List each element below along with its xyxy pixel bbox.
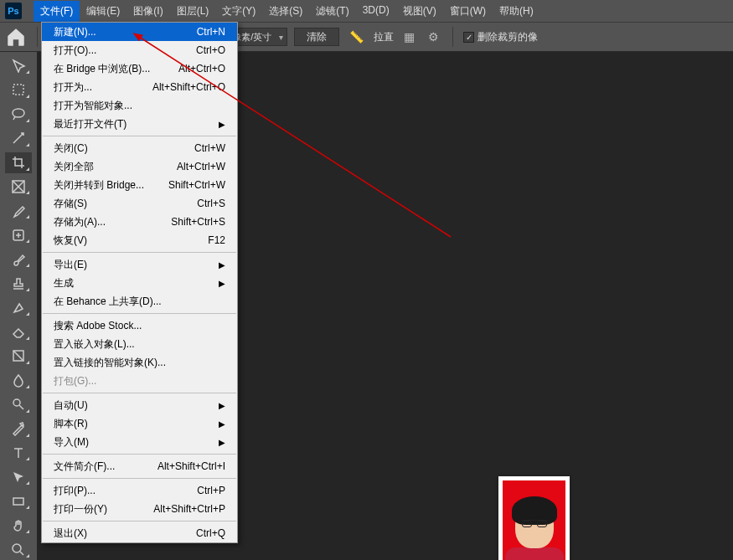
svg-point-6 xyxy=(13,544,21,552)
menu-item[interactable]: 关闭(C)Ctrl+W xyxy=(42,139,237,157)
tool-wand[interactable] xyxy=(5,128,32,149)
tool-lasso[interactable] xyxy=(5,104,32,125)
home-icon[interactable] xyxy=(5,26,27,48)
tool-brush[interactable] xyxy=(5,249,32,270)
menu-item-shortcut: Shift+Ctrl+S xyxy=(171,216,225,228)
photo-body xyxy=(505,547,564,560)
menu-item[interactable]: 自动(U)▶ xyxy=(42,396,237,414)
menu-item[interactable]: 最近打开文件(T)▶ xyxy=(42,115,237,133)
menu-divider xyxy=(43,478,236,479)
tool-hand[interactable] xyxy=(5,515,32,536)
menu-帮助[interactable]: 帮助(H) xyxy=(493,1,540,22)
menu-item-label: 存储(S) xyxy=(54,197,87,211)
tool-marquee[interactable] xyxy=(5,80,32,100)
menu-divider xyxy=(43,313,236,314)
tool-frame[interactable] xyxy=(5,177,32,198)
tool-dodge[interactable] xyxy=(5,394,32,415)
menu-item[interactable]: 脚本(R)▶ xyxy=(42,414,237,433)
menu-item[interactable]: 在 Bridge 中浏览(B)...Alt+Ctrl+O xyxy=(42,59,237,78)
menu-divider xyxy=(43,454,236,455)
menu-item: 打包(G)... xyxy=(42,372,237,390)
menu-item-shortcut: Ctrl+W xyxy=(194,142,225,154)
menu-item[interactable]: 关闭并转到 Bridge...Shift+Ctrl+W xyxy=(42,176,237,194)
menu-item-label: 导入(M) xyxy=(54,435,89,450)
grid-icon[interactable]: ▦ xyxy=(400,30,418,44)
menu-文件[interactable]: 文件(F) xyxy=(34,1,80,22)
menu-item[interactable]: 打开为智能对象... xyxy=(42,96,237,115)
menu-item[interactable]: 导出(E)▶ xyxy=(42,255,237,274)
tool-crop[interactable] xyxy=(5,152,32,173)
menu-divider xyxy=(43,136,236,136)
id-photo[interactable] xyxy=(498,476,570,560)
tool-stamp[interactable] xyxy=(5,273,32,294)
tool-eyedrop[interactable] xyxy=(5,200,32,221)
menu-item-label: 文件简介(F)... xyxy=(54,460,115,474)
menu-图像[interactable]: 图像(I) xyxy=(126,1,169,22)
menu-item[interactable]: 存储为(A)...Shift+Ctrl+S xyxy=(42,213,237,231)
menu-item-shortcut: F12 xyxy=(208,234,225,246)
menu-divider xyxy=(43,252,236,253)
menu-item[interactable]: 搜索 Adobe Stock... xyxy=(42,316,237,335)
menu-图层[interactable]: 图层(L) xyxy=(170,1,216,22)
menu-3d[interactable]: 3D(D) xyxy=(356,1,396,22)
tool-heal[interactable] xyxy=(5,224,32,245)
tool-blur[interactable] xyxy=(5,370,32,391)
menu-滤镜[interactable]: 滤镜(T) xyxy=(309,1,355,22)
svg-point-4 xyxy=(13,399,20,406)
menu-divider xyxy=(43,521,236,521)
menu-选择[interactable]: 选择(S) xyxy=(262,1,309,22)
menu-文字[interactable]: 文字(Y) xyxy=(215,1,262,22)
menu-item[interactable]: 恢复(V)F12 xyxy=(42,231,237,249)
menu-item[interactable]: 打开为...Alt+Shift+Ctrl+O xyxy=(42,78,237,96)
menu-item[interactable]: 生成▶ xyxy=(42,274,237,292)
clear-button[interactable]: 清除 xyxy=(294,28,339,46)
menu-item[interactable]: 退出(X)Ctrl+Q xyxy=(42,524,237,542)
menu-item-label: 置入链接的智能对象(K)... xyxy=(54,356,166,370)
submenu-arrow-icon: ▶ xyxy=(219,419,225,429)
menu-item-label: 打开为... xyxy=(54,80,92,95)
menu-item-label: 打包(G)... xyxy=(54,374,96,388)
menu-item[interactable]: 新建(N)...Ctrl+N xyxy=(42,23,237,41)
menu-item[interactable]: 在 Behance 上共享(D)... xyxy=(42,292,237,311)
photo-glasses xyxy=(522,520,547,527)
menu-item[interactable]: 导入(M)▶ xyxy=(42,433,237,451)
straighten-icon[interactable]: 📏 xyxy=(346,30,367,44)
tool-move[interactable] xyxy=(5,55,32,76)
gear-icon[interactable]: ⚙ xyxy=(425,30,442,44)
menu-item-shortcut: Ctrl+N xyxy=(197,26,225,38)
menu-item-label: 置入嵌入对象(L)... xyxy=(54,337,135,352)
menu-窗口[interactable]: 窗口(W) xyxy=(443,1,493,22)
tool-eraser[interactable] xyxy=(5,321,32,342)
menu-item-shortcut: Ctrl+O xyxy=(196,44,225,56)
menu-item-shortcut: Alt+Shift+Ctrl+I xyxy=(157,460,225,472)
menu-item-label: 恢复(V) xyxy=(54,234,87,248)
checkbox-icon: ✓ xyxy=(463,32,474,43)
menu-item[interactable]: 置入嵌入对象(L)... xyxy=(42,335,237,353)
tool-zoom[interactable] xyxy=(5,539,32,560)
tool-rect[interactable] xyxy=(5,491,32,511)
svg-rect-0 xyxy=(13,85,23,95)
tool-type[interactable] xyxy=(5,443,32,464)
tool-path[interactable] xyxy=(5,466,32,487)
menubar: Ps 文件(F)编辑(E)图像(I)图层(L)文字(Y)选择(S)滤镜(T)3D… xyxy=(0,0,733,22)
menu-item-label: 关闭全部 xyxy=(54,160,94,174)
tool-history[interactable] xyxy=(5,297,32,318)
menu-item[interactable]: 文件简介(F)...Alt+Shift+Ctrl+I xyxy=(42,457,237,475)
menu-编辑[interactable]: 编辑(E) xyxy=(80,1,126,22)
menu-item-shortcut: Alt+Ctrl+W xyxy=(177,161,225,172)
menu-item[interactable]: 打印(P)...Ctrl+P xyxy=(42,481,237,500)
submenu-arrow-icon: ▶ xyxy=(219,401,225,410)
menu-item[interactable]: 存储(S)Ctrl+S xyxy=(42,194,237,213)
tool-gradient[interactable] xyxy=(5,346,32,367)
delete-crop-label: 删除裁剪的像 xyxy=(477,30,538,44)
delete-crop-checkbox[interactable]: ✓ 删除裁剪的像 xyxy=(463,30,538,44)
menu-item[interactable]: 打印一份(Y)Alt+Shift+Ctrl+P xyxy=(42,500,237,518)
menu-item[interactable]: 打开(O)...Ctrl+O xyxy=(42,41,237,59)
menu-item-shortcut: Shift+Ctrl+W xyxy=(168,179,225,191)
menu-divider xyxy=(43,393,236,393)
menu-item[interactable]: 置入链接的智能对象(K)... xyxy=(42,353,237,372)
tool-pen[interactable] xyxy=(5,419,32,439)
menu-视图[interactable]: 视图(V) xyxy=(396,1,443,22)
menu-item[interactable]: 关闭全部Alt+Ctrl+W xyxy=(42,157,237,176)
menu-item-label: 在 Bridge 中浏览(B)... xyxy=(54,62,150,76)
